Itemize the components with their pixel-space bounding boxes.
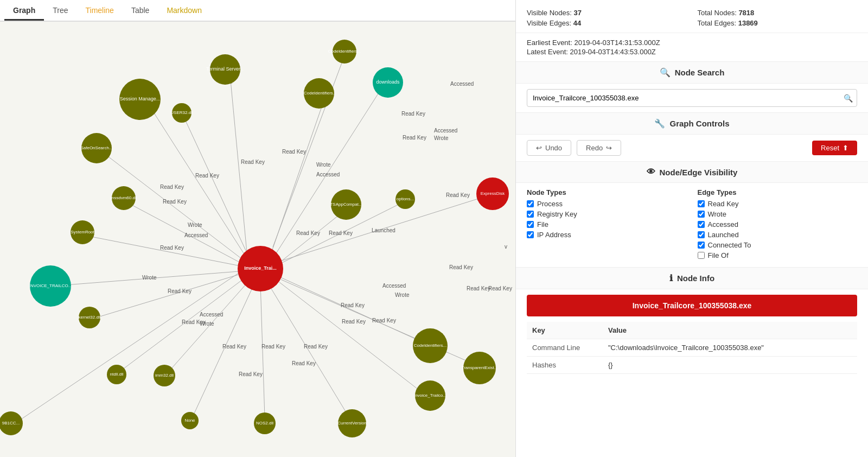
svg-text:Read Key: Read Key bbox=[403, 135, 426, 141]
node-n16[interactable]: CodeIdentifiers... bbox=[328, 40, 361, 64]
undo-button[interactable]: ↩ Undo bbox=[527, 140, 571, 156]
vis-wrote-checkbox[interactable] bbox=[698, 211, 705, 218]
node-info-hashes-key: Hashes bbox=[527, 357, 603, 374]
search-button[interactable]: 🔍 bbox=[844, 94, 853, 103]
node-n14[interactable]: downloads bbox=[373, 67, 403, 98]
svg-text:Read Key: Read Key bbox=[449, 264, 473, 270]
svg-text:Accessed: Accessed bbox=[200, 312, 223, 318]
svg-text:Accessed: Accessed bbox=[382, 283, 406, 289]
svg-text:Read Key: Read Key bbox=[446, 192, 470, 198]
vis-connected-to-label: Connected To bbox=[708, 241, 751, 249]
vis-process-checkbox[interactable] bbox=[527, 200, 534, 207]
node-info-row-hashes: Hashes {} bbox=[527, 357, 857, 374]
svg-line-13 bbox=[277, 91, 380, 252]
vis-ip-address-checkbox[interactable] bbox=[527, 231, 534, 238]
node-types-header: Node Types bbox=[527, 188, 687, 196]
stats-area: Visible Nodes: 37 Total Nodes: 7818 Visi… bbox=[516, 0, 868, 33]
undo-label: Undo bbox=[545, 144, 562, 152]
vis-file-of-label: File Of bbox=[708, 251, 729, 259]
vis-wrote-label: Wrote bbox=[708, 210, 726, 218]
node-n23[interactable]: 9B1CC... bbox=[0, 411, 23, 435]
node-center[interactable]: Invoice_Trai... bbox=[238, 246, 283, 291]
svg-text:Read Key: Read Key bbox=[488, 285, 512, 291]
total-edges-value: 13869 bbox=[738, 19, 758, 27]
node-n21[interactable]: TransparentExist... bbox=[462, 352, 498, 384]
node-n15[interactable]: CodeIdentifiers. bbox=[304, 78, 334, 109]
vis-registry-key-checkbox[interactable] bbox=[527, 211, 534, 218]
node-search-input[interactable] bbox=[527, 89, 857, 107]
tab-timeline[interactable]: Timeline bbox=[77, 2, 123, 21]
node-n19[interactable]: ExpressDisk bbox=[476, 177, 509, 210]
graph-canvas[interactable]: Accessed Read Key Accessed Wrote Read Ke… bbox=[0, 22, 515, 457]
node-n6[interactable]: SystemRoot bbox=[71, 220, 95, 244]
vis-file-of-checkbox[interactable] bbox=[698, 252, 705, 259]
vis-read-key-checkbox[interactable] bbox=[698, 200, 705, 207]
latest-event: Latest Event: 2019-04-03T14:43:53.000Z bbox=[527, 48, 857, 56]
svg-point-105 bbox=[0, 411, 23, 435]
svg-text:Accessed: Accessed bbox=[184, 232, 208, 238]
tab-table[interactable]: Table bbox=[123, 2, 158, 21]
vis-registry-key-label: Registry Key bbox=[537, 210, 577, 218]
svg-line-11 bbox=[260, 283, 265, 417]
edge-labels-group: Accessed Read Key Accessed Wrote Read Ke… bbox=[142, 81, 512, 377]
svg-point-103 bbox=[415, 380, 445, 411]
svg-text:Wrote: Wrote bbox=[142, 275, 157, 281]
vis-registry-key: Registry Key bbox=[527, 210, 687, 218]
reset-label: Reset bbox=[821, 144, 839, 152]
svg-point-99 bbox=[413, 328, 448, 363]
vis-read-key-label: Read Key bbox=[708, 200, 739, 208]
svg-point-67 bbox=[81, 133, 112, 163]
node-info-area: Invoice_Trailcore_100355038.exe Key Valu… bbox=[516, 295, 868, 385]
svg-point-73 bbox=[30, 265, 71, 307]
node-n9[interactable]: ntdll.dll bbox=[107, 365, 126, 384]
edge-types-col: Edge Types Read Key Wrote Accessed Launc… bbox=[698, 188, 858, 262]
reset-button[interactable]: Reset ⬆ bbox=[812, 141, 857, 155]
svg-point-95 bbox=[395, 189, 415, 209]
visibility-area: Node Types Process Registry Key File IP … bbox=[516, 183, 868, 268]
tab-graph[interactable]: Graph bbox=[4, 2, 44, 21]
node-n13[interactable]: CurrentVersion bbox=[337, 409, 366, 437]
total-nodes-label: Total Nodes: 7818 bbox=[698, 9, 858, 17]
vis-accessed-checkbox[interactable] bbox=[698, 221, 705, 228]
node-n4[interactable]: SafeOnSearch... bbox=[80, 133, 112, 163]
node-n20[interactable]: CodeIdentifiers... bbox=[413, 328, 448, 363]
svg-text:Wrote: Wrote bbox=[316, 162, 331, 168]
node-n10[interactable]: imm32.dll bbox=[154, 365, 175, 386]
node-n8[interactable]: kernel32.dll bbox=[79, 307, 101, 328]
tab-markdown[interactable]: Markdown bbox=[158, 2, 210, 21]
vis-launched-checkbox[interactable] bbox=[698, 231, 705, 238]
node-n1[interactable]: Terminal Server... bbox=[206, 54, 244, 85]
node-n12[interactable]: NOS2.dll bbox=[254, 412, 276, 434]
svg-point-85 bbox=[338, 409, 366, 437]
svg-point-81 bbox=[181, 412, 199, 429]
svg-text:Read Key: Read Key bbox=[292, 360, 316, 366]
svg-point-69 bbox=[112, 186, 136, 210]
vis-connected-to: Connected To bbox=[698, 241, 858, 249]
vis-file-of: File Of bbox=[698, 251, 858, 259]
node-n2[interactable]: Session Manage... bbox=[119, 79, 161, 120]
info-icon: ℹ bbox=[669, 273, 673, 283]
vis-connected-to-checkbox[interactable] bbox=[698, 242, 705, 249]
node-n3[interactable]: USER32.dll bbox=[170, 103, 193, 123]
earliest-event-value: 2019-04-03T14:31:53.000Z bbox=[574, 39, 660, 47]
node-n11[interactable]: None bbox=[181, 412, 199, 429]
graph-controls-section-header: 🔧 Graph Controls bbox=[516, 113, 868, 135]
event-times: Earliest Event: 2019-04-03T14:31:53.000Z… bbox=[516, 33, 868, 62]
redo-button[interactable]: Redo ↪ bbox=[577, 140, 621, 156]
svg-line-10 bbox=[193, 282, 255, 417]
node-info-name: Invoice_Trailcore_100355038.exe bbox=[527, 295, 857, 316]
visible-nodes-value: 37 bbox=[574, 9, 582, 17]
vis-file-checkbox[interactable] bbox=[527, 221, 534, 228]
node-n7[interactable]: INVOICE_TRAILCO... bbox=[29, 265, 72, 307]
svg-point-93 bbox=[331, 189, 361, 220]
node-n17[interactable]: TSAppCompat... bbox=[330, 189, 362, 220]
node-n18[interactable]: options... bbox=[395, 189, 415, 209]
node-n22[interactable]: Invoice_Trailco... bbox=[414, 380, 446, 411]
vis-launched: Launched bbox=[698, 231, 858, 239]
search-wrapper: 🔍 bbox=[527, 89, 857, 107]
tab-tree[interactable]: Tree bbox=[44, 2, 76, 21]
node-n5[interactable]: mssdvm60.dll bbox=[111, 186, 137, 210]
svg-line-6 bbox=[66, 271, 239, 285]
wrench-icon: 🔧 bbox=[654, 118, 665, 129]
node-info-hashes-value: {} bbox=[603, 357, 857, 374]
